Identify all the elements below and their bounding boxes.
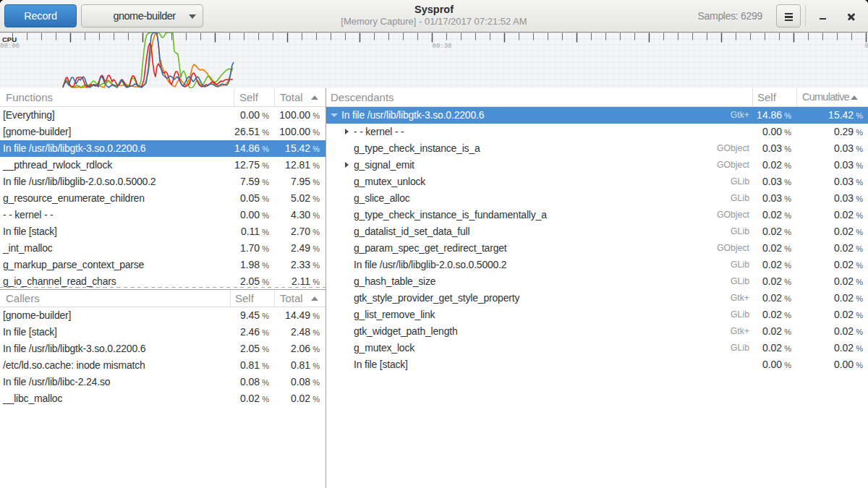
svg-text:00:00: 00:00 (0, 43, 20, 50)
svg-text:01:00: 01:00 (865, 43, 868, 50)
svg-text:00:30: 00:30 (433, 43, 452, 50)
svg-text:CPU: CPU (2, 35, 17, 43)
